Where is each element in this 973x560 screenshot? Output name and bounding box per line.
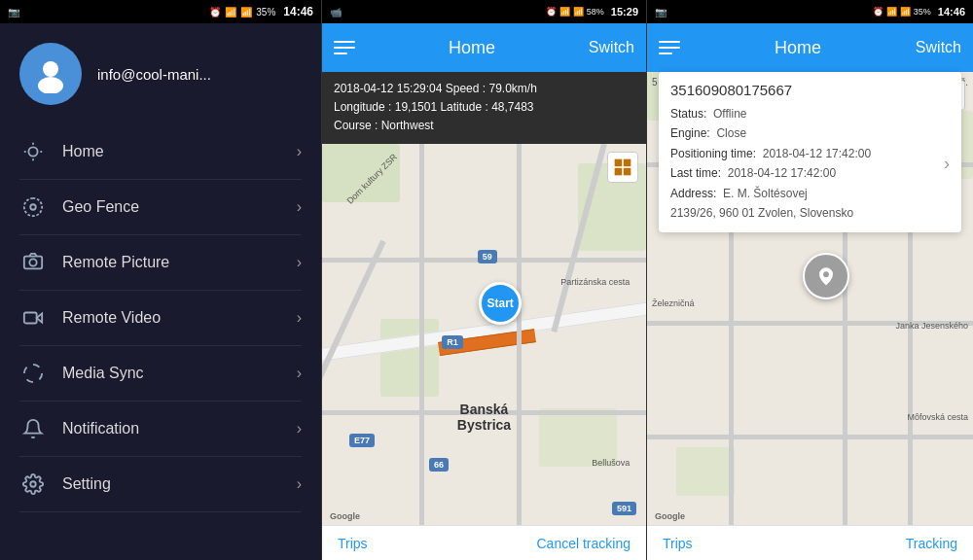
status-detail: Status: Offline: [670, 104, 944, 123]
cancel-tracking-link[interactable]: Cancel tracking: [537, 536, 631, 551]
status-icons-right-device: ⏰ 📶 📶 35% 14:46: [873, 6, 965, 18]
svg-point-0: [43, 61, 58, 77]
status-icons-left-device: 📷: [655, 7, 667, 18]
hamburger-menu-map[interactable]: [334, 41, 355, 54]
road-badge-r1: R1: [442, 335, 463, 349]
positioning-label: Positioning time:: [670, 147, 756, 160]
road-badge-66: 66: [429, 458, 449, 472]
notification-chevron: ›: [297, 420, 302, 438]
map-layer-button[interactable]: [607, 152, 638, 183]
tracking-link[interactable]: Tracking: [906, 536, 957, 551]
svg-rect-13: [615, 158, 623, 166]
road-badge-59: 59: [478, 250, 497, 263]
alarm-icon-map: ⏰: [546, 7, 557, 17]
signal-icon-map: 📶: [573, 7, 584, 17]
status-icons-left-map: 📹: [330, 7, 342, 18]
setting-chevron: ›: [297, 475, 302, 493]
switch-button-device[interactable]: Switch: [916, 39, 961, 56]
profile-email: info@cool-mani...: [97, 66, 211, 83]
header-title-device: Home: [775, 38, 821, 58]
device-info-panel: 📷 ⏰ 📶 📶 35% 14:46 Home Switch 3516090801…: [647, 0, 973, 560]
remote-picture-chevron: ›: [297, 254, 302, 271]
hamburger-menu-device[interactable]: [659, 41, 680, 54]
trips-link-map[interactable]: Trips: [338, 536, 368, 551]
trip-info-bar: 2018-04-12 15:29:04 Speed : 79.0km/h Lon…: [322, 72, 646, 144]
device-info-popup: 351609080175667 Status: Offline Engine: …: [659, 72, 961, 232]
street-label-2: Partizánska cesta: [560, 277, 630, 287]
notification-icon: [19, 415, 47, 442]
trip-info-line2: Longitude : 19,1501 Latitude : 48,7483: [334, 98, 634, 117]
svg-point-7: [30, 204, 36, 210]
signal-icon-device: 📶: [900, 7, 911, 17]
map-trip-panel: 📹 ⏰ 📶 📶 58% 15:29 Home Switch 2018-04-12…: [321, 0, 647, 560]
remote-video-chevron: ›: [297, 309, 302, 327]
menu-item-geo-fence[interactable]: Geo Fence ›: [0, 180, 321, 234]
street-label-3: Bellušova: [592, 458, 630, 468]
svg-point-9: [29, 259, 36, 265]
start-marker: Start: [479, 282, 522, 325]
avatar-icon: [31, 54, 70, 93]
street-label-mofovska: Môfovská cesta: [907, 412, 968, 422]
svg-rect-16: [624, 167, 631, 175]
city-label: BanskáBystrica: [457, 402, 511, 433]
menu-item-remote-video[interactable]: Remote Video ›: [0, 291, 321, 345]
menu-item-media-sync[interactable]: Media Sync ›: [0, 346, 321, 401]
map-container-trip: E77 R1 59 591 66 BanskáBystrica Dom kult…: [322, 144, 646, 525]
alarm-icon: ⏰: [209, 7, 221, 18]
remote-picture-icon: [19, 249, 47, 276]
app-header-map: Home Switch: [322, 23, 646, 72]
svg-point-12: [30, 481, 36, 487]
home-label: Home: [62, 143, 297, 160]
profile-section: info@cool-mani...: [0, 23, 321, 124]
menu-item-notification[interactable]: Notification ›: [0, 402, 321, 456]
svg-point-2: [28, 147, 37, 156]
trips-link-device[interactable]: Trips: [663, 536, 693, 551]
menu-panel: 📷 ⏰ 📶 📶 35% 14:46 info@cool-mani...: [0, 0, 321, 560]
remote-video-icon: [19, 304, 47, 332]
device-detail-row: Status: Offline Engine: Close Positionin…: [670, 104, 950, 223]
trip-info-line1: 2018-04-12 15:29:04 Speed : 79.0km/h: [334, 80, 634, 98]
media-sync-icon: [19, 360, 47, 387]
status-bar-device: 📷 ⏰ 📶 📶 35% 14:46: [647, 0, 973, 23]
menu-item-setting[interactable]: Setting ›: [0, 457, 321, 511]
time-map: 15:29: [611, 6, 638, 18]
status-label: Status:: [670, 107, 706, 121]
bottom-bar-map: Trips Cancel tracking: [322, 525, 646, 560]
street-label-janka: Janka Jesenského: [895, 321, 968, 331]
status-bar-menu: 📷 ⏰ 📶 📶 35% 14:46: [0, 0, 321, 23]
alarm-icon-device: ⏰: [873, 7, 883, 17]
detail-arrow-icon[interactable]: ›: [944, 154, 950, 174]
status-icons-left: 📷: [8, 7, 19, 18]
wifi-icon-map: 📶: [559, 7, 570, 17]
start-label: Start: [479, 282, 522, 325]
address-detail: Address: E. M. Šoltésovej2139/26, 960 01…: [670, 184, 944, 224]
last-value: 2018-04-12 17:42:00: [728, 166, 836, 180]
avatar: [19, 43, 82, 105]
road-badge-e77: E77: [349, 434, 375, 447]
setting-icon: [19, 471, 47, 498]
notification-label: Notification: [62, 420, 297, 438]
menu-items-list: Home › Geo Fence › Remote Picture ›: [0, 124, 321, 560]
status-bar-map: 📹 ⏰ 📶 📶 58% 15:29: [322, 0, 646, 23]
positioning-value: 2018-04-12 17:42:00: [763, 147, 871, 160]
status-icons-right-map: ⏰ 📶 📶 58% 15:29: [546, 6, 638, 18]
setting-label: Setting: [62, 475, 297, 493]
menu-item-home[interactable]: Home ›: [0, 124, 321, 179]
geo-fence-label: Geo Fence: [62, 198, 297, 216]
wifi-icon: 📶: [225, 7, 236, 18]
status-icons-right: ⏰ 📶 📶 35% 14:46: [209, 5, 313, 18]
device-map-pin: [803, 253, 849, 299]
header-title-map: Home: [449, 38, 495, 58]
time-device: 14:46: [938, 6, 965, 18]
last-label: Last time:: [670, 166, 721, 180]
map-area-trip[interactable]: E77 R1 59 591 66 BanskáBystrica Dom kult…: [322, 144, 646, 525]
menu-item-remote-picture[interactable]: Remote Picture ›: [0, 235, 321, 290]
media-sync-label: Media Sync: [62, 365, 297, 382]
switch-button-map[interactable]: Switch: [589, 39, 634, 56]
battery-device: 35%: [914, 7, 931, 17]
geo-fence-chevron: ›: [297, 198, 302, 216]
street-label-zeleznicna: Železničná: [652, 298, 695, 308]
google-logo-map: Google: [330, 511, 360, 521]
address-label: Address:: [670, 187, 716, 200]
app-header-device: Home Switch: [647, 23, 973, 72]
